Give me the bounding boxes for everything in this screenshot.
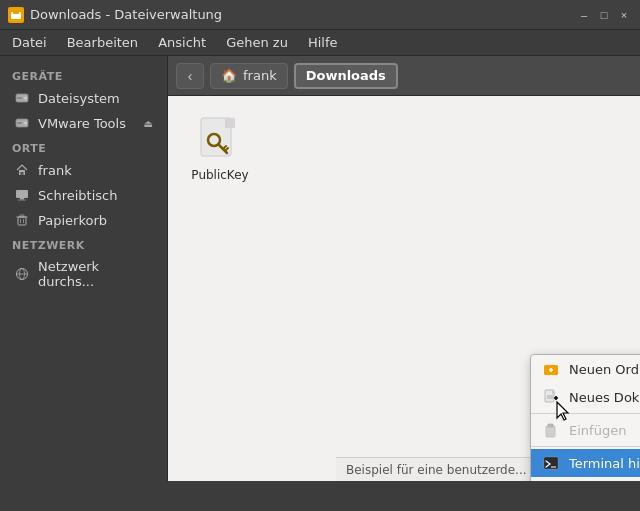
minimize-button[interactable]: – bbox=[576, 7, 592, 23]
new-doc-icon bbox=[543, 389, 559, 405]
ctx-new-folder[interactable]: Neuen Ordner erstellen ... bbox=[531, 355, 640, 383]
ctx-terminal-label: Terminal hier öffnen bbox=[569, 456, 640, 471]
sidebar-item-dateisystem-label: Dateisystem bbox=[38, 91, 120, 106]
file-area[interactable]: PublicKey Neuen Ordner erstellen bbox=[168, 96, 640, 481]
svg-rect-22 bbox=[225, 118, 235, 128]
sidebar-item-schreibtisch-label: Schreibtisch bbox=[38, 188, 117, 203]
maximize-button[interactable]: □ bbox=[596, 7, 612, 23]
breadcrumb-frank[interactable]: 🏠 frank bbox=[210, 63, 288, 89]
window-icon bbox=[8, 7, 24, 23]
desktop-icon bbox=[14, 187, 30, 203]
svg-rect-36 bbox=[548, 424, 553, 427]
svg-rect-4 bbox=[17, 97, 22, 99]
terminal-icon bbox=[543, 455, 559, 471]
file-grid: PublicKey bbox=[168, 96, 640, 202]
ctx-separator-2 bbox=[531, 446, 640, 447]
sidebar-item-frank-label: frank bbox=[38, 163, 72, 178]
section-netzwerk: NETZWERK bbox=[0, 233, 167, 254]
svg-rect-10 bbox=[16, 190, 28, 198]
titlebar-controls: – □ × bbox=[576, 7, 632, 23]
svg-point-6 bbox=[24, 122, 27, 125]
section-geraete: GERÄTE bbox=[0, 64, 167, 85]
menu-datei[interactable]: Datei bbox=[4, 33, 55, 52]
titlebar-title: Downloads - Dateiverwaltung bbox=[30, 7, 222, 22]
sidebar-item-papierkorb-label: Papierkorb bbox=[38, 213, 107, 228]
sidebar-item-frank[interactable]: frank bbox=[4, 158, 163, 182]
svg-point-3 bbox=[24, 97, 27, 100]
context-menu: Neuen Ordner erstellen ... bbox=[530, 354, 640, 481]
breadcrumb-frank-label: frank bbox=[243, 68, 277, 83]
sidebar-item-dateisystem[interactable]: Dateisystem bbox=[4, 86, 163, 110]
home-icon bbox=[14, 162, 30, 178]
ctx-new-doc[interactable]: Neues Dokument erstellen › bbox=[531, 383, 640, 411]
svg-rect-11 bbox=[20, 198, 24, 200]
sidebar-item-papierkorb[interactable]: Papierkorb bbox=[4, 208, 163, 232]
svg-rect-7 bbox=[17, 122, 22, 124]
ctx-search[interactable]: In diesem Ordner suchen bbox=[531, 477, 640, 481]
sidebar-item-netzwerk-label: Netzwerk durchs... bbox=[38, 259, 153, 289]
svg-rect-1 bbox=[13, 10, 19, 14]
new-folder-icon bbox=[543, 361, 559, 377]
ctx-separator-1 bbox=[531, 413, 640, 414]
svg-rect-13 bbox=[18, 217, 26, 225]
ctx-terminal[interactable]: Terminal hier öffnen bbox=[531, 449, 640, 477]
sidebar-item-netzwerk[interactable]: Netzwerk durchs... bbox=[4, 255, 163, 293]
breadcrumb-downloads-label: Downloads bbox=[306, 68, 386, 83]
svg-rect-9 bbox=[21, 172, 24, 175]
file-item-publickey[interactable]: PublicKey bbox=[184, 112, 256, 186]
sidebar-item-vmwaretools-label: VMware Tools bbox=[38, 116, 126, 131]
svg-rect-35 bbox=[546, 426, 555, 437]
sidebar: GERÄTE Dateisystem VMware Tools ⏏ bbox=[0, 56, 168, 481]
hdd-icon bbox=[14, 90, 30, 106]
menu-hilfe[interactable]: Hilfe bbox=[300, 33, 346, 52]
home-breadcrumb-icon: 🏠 bbox=[221, 68, 237, 83]
menubar: Datei Bearbeiten Ansicht Gehen zu Hilfe bbox=[0, 30, 640, 56]
toolbar: ‹ 🏠 frank Downloads bbox=[168, 56, 640, 96]
menu-ansicht[interactable]: Ansicht bbox=[150, 33, 214, 52]
ctx-new-folder-label: Neuen Ordner erstellen ... bbox=[569, 362, 640, 377]
back-button[interactable]: ‹ bbox=[176, 63, 204, 89]
main: GERÄTE Dateisystem VMware Tools ⏏ bbox=[0, 56, 640, 481]
svg-rect-15 bbox=[20, 215, 24, 217]
section-orte: ORTE bbox=[0, 136, 167, 157]
titlebar: Downloads - Dateiverwaltung – □ × bbox=[0, 0, 640, 30]
sidebar-item-vmwaretools[interactable]: VMware Tools ⏏ bbox=[4, 111, 163, 135]
trash-icon bbox=[14, 212, 30, 228]
ctx-paste: Einfügen bbox=[531, 416, 640, 444]
svg-rect-12 bbox=[18, 200, 26, 201]
sidebar-item-schreibtisch[interactable]: Schreibtisch bbox=[4, 183, 163, 207]
hdd2-icon bbox=[14, 115, 30, 131]
paste-icon bbox=[543, 422, 559, 438]
key-file-icon bbox=[196, 116, 244, 164]
ctx-paste-label: Einfügen bbox=[569, 423, 626, 438]
menu-bearbeiten[interactable]: Bearbeiten bbox=[59, 33, 146, 52]
network-icon bbox=[14, 266, 30, 282]
titlebar-left: Downloads - Dateiverwaltung bbox=[8, 7, 222, 23]
file-name-publickey: PublicKey bbox=[191, 168, 248, 182]
statusbar-text: Beispiel für eine benutzerde... bbox=[346, 463, 527, 477]
breadcrumb-downloads[interactable]: Downloads bbox=[294, 63, 398, 89]
eject-icon[interactable]: ⏏ bbox=[144, 118, 153, 129]
menu-gehen-zu[interactable]: Gehen zu bbox=[218, 33, 296, 52]
close-button[interactable]: × bbox=[616, 7, 632, 23]
ctx-new-doc-label: Neues Dokument erstellen bbox=[569, 390, 640, 405]
